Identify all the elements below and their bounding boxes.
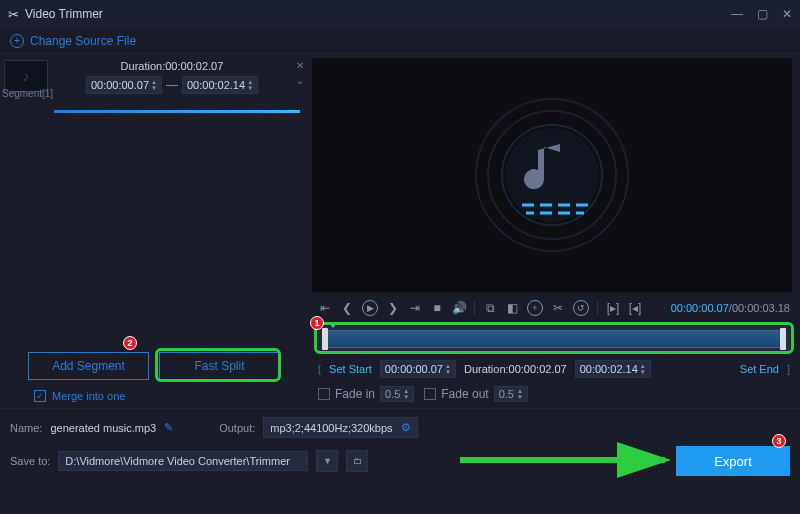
minimize-button[interactable]: — [731,7,743,21]
set-start-button[interactable]: Set Start [329,363,372,375]
path-dropdown-button[interactable]: ▼ [316,450,338,472]
rename-icon[interactable]: ✎ [164,421,173,434]
audio-vinyl-icon [472,95,632,255]
set-end-button[interactable]: Set End [740,363,779,375]
skip-start-icon[interactable]: ⇤ [318,301,332,315]
trim-controls: [ Set Start 00:00:00.07 ▲▼ Duration:00:0… [308,356,800,382]
trim-start-input[interactable]: 00:00:00.07 ▲▼ [380,360,456,378]
play-button[interactable]: ▶ [362,300,378,316]
trim-end-input[interactable]: 00:00:02.14 ▲▼ [575,360,651,378]
marker-icon[interactable]: ◧ [505,301,519,315]
plus-circle-icon[interactable]: + [10,34,24,48]
segment-duration: 00:00:02.07 [165,60,223,72]
playback-controls: ⇤ ❮ ▶ ❯ ⇥ ■ 🔊 ⧉ ◧ + ✂ ↺ [▸] [◂] 00:00:00… [308,296,800,320]
spinner-icon[interactable]: ▲▼ [445,363,451,375]
change-source-link[interactable]: Change Source File [30,34,136,48]
fade-in-label: Fade in [335,387,375,401]
trim-duration-value: 00:00:02.07 [509,363,567,375]
add-segment-button[interactable]: Add Segment [28,352,149,380]
close-button[interactable]: ✕ [782,7,792,21]
duration-prefix: Duration: [121,60,166,72]
open-folder-button[interactable]: 🗀 [346,450,368,472]
name-label: Name: [10,422,42,434]
merge-label: Merge into one [52,390,125,402]
segments-panel: ♪ Duration:00:00:02.07 00:00:00.07 ▲▼ — … [0,54,308,408]
trim-duration-prefix: Duration: [464,363,509,375]
total-time: 00:00:03.18 [732,302,790,314]
fade-out-checkbox[interactable] [424,388,436,400]
trim-start-value: 00:00:00.07 [385,363,443,375]
segment-mini-track[interactable] [54,105,300,119]
gear-icon[interactable]: ⚙ [401,421,411,434]
time-readout: 00:00:00.07/00:00:03.18 [671,302,790,314]
fade-out-label: Fade out [441,387,488,401]
collapse-segment-caret[interactable]: ⌄ [296,75,304,86]
output-label: Output: [219,422,255,434]
save-path-input[interactable]: D:\Vidmore\Vidmore Video Converter\Trimm… [58,451,308,471]
spinner-icon[interactable]: ▲▼ [403,388,409,400]
volume-icon[interactable]: 🔊 [452,301,466,315]
fade-in-input[interactable]: 0.5 ▲▼ [380,386,414,402]
callout-badge-2: 2 [123,336,137,350]
export-button[interactable]: Export [676,446,790,476]
step-fwd-icon[interactable]: ❯ [386,301,400,315]
preview-panel: ⇤ ❮ ▶ ❯ ⇥ ■ 🔊 ⧉ ◧ + ✂ ↺ [▸] [◂] 00:00:00… [308,54,800,408]
fast-split-button[interactable]: Fast Split [159,352,280,380]
current-time: 00:00:00.07 [671,302,729,314]
trim-handle-right[interactable] [780,328,786,350]
spinner-icon[interactable]: ▲▼ [517,388,523,400]
playhead-icon[interactable] [328,322,338,328]
footer-bar: Name: generated music.mp3 ✎ Output: mp3;… [0,408,800,484]
svg-point-3 [505,128,599,222]
bracket-end-icon[interactable]: [◂] [628,301,642,315]
remove-segment-x[interactable]: ✕ [296,60,304,71]
fade-out-value: 0.5 [499,388,514,400]
bracket-start-icon[interactable]: [▸] [606,301,620,315]
file-name: generated music.mp3 [50,422,156,434]
output-format-value: mp3;2;44100Hz;320kbps [270,422,392,434]
scissors-icon: ✂ [8,7,19,22]
maximize-button[interactable]: ▢ [757,7,768,21]
video-preview [312,58,792,292]
undo-button[interactable]: ↺ [573,300,589,316]
saveto-label: Save to: [10,455,50,467]
titlebar: ✂ Video Trimmer — ▢ ✕ [0,0,800,28]
timeline-selection[interactable] [324,330,784,348]
output-format-box[interactable]: mp3;2;44100Hz;320kbps ⚙ [263,417,417,438]
source-bar: + Change Source File [0,28,800,54]
fade-out-input[interactable]: 0.5 ▲▼ [494,386,528,402]
snapshot-icon[interactable]: ⧉ [483,301,497,315]
fade-in-checkbox[interactable] [318,388,330,400]
add-marker-button[interactable]: + [527,300,543,316]
segment-label: Segment[1] [2,88,308,99]
timeline-track[interactable] [318,326,790,352]
app-title: Video Trimmer [25,7,103,21]
fade-in-value: 0.5 [385,388,400,400]
merge-checkbox[interactable]: ✓ [34,390,46,402]
step-back-icon[interactable]: ❮ [340,301,354,315]
trim-handle-left[interactable] [322,328,328,350]
cut-icon[interactable]: ✂ [551,301,565,315]
trim-end-value: 00:00:02.14 [580,363,638,375]
skip-end-icon[interactable]: ⇥ [408,301,422,315]
spinner-icon[interactable]: ▲▼ [640,363,646,375]
stop-icon[interactable]: ■ [430,301,444,315]
